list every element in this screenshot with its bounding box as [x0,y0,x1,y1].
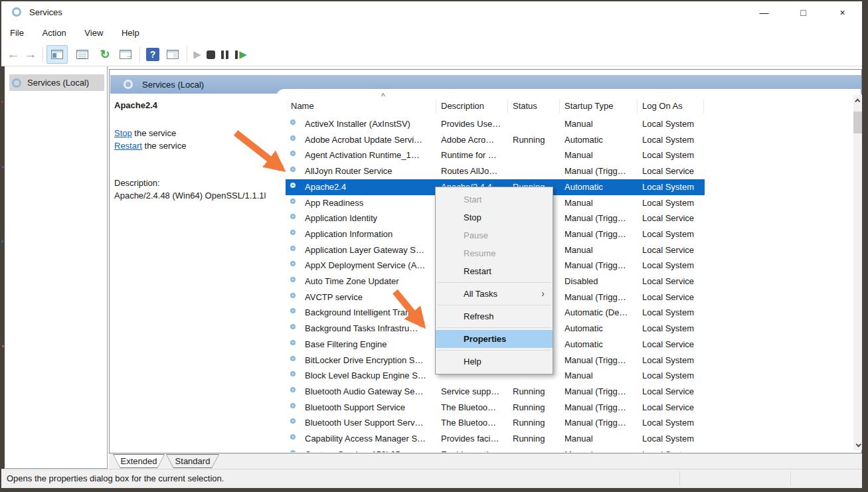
menu-separator [437,305,551,305]
help-icon: ? [146,48,159,61]
toolbar-separator [139,46,140,62]
cell-name: Agent Activation Runtime_1… [305,147,438,163]
service-row[interactable]: AllJoyn Router ServiceRoutes AllJo…Manua… [286,163,705,179]
start-service-button[interactable]: ▶ [190,45,205,64]
tree-item-services-local[interactable]: Services (Local) [9,74,104,91]
context-menu-item-refresh[interactable]: Refresh [436,307,553,325]
forward-button[interactable]: → [22,45,39,64]
column-header-status[interactable]: Status [513,97,537,115]
cell-startup: Automatic [564,321,639,337]
column-header-name[interactable]: Name [291,97,314,115]
cell-logon: Local System [642,447,705,452]
context-menu-item-all-tasks[interactable]: All Tasks› [436,285,553,303]
column-divider[interactable] [507,99,508,114]
cell-name: Apache2.4 [305,179,438,195]
column-divider[interactable] [436,99,436,114]
restart-service-button[interactable]: ▶ [232,45,250,64]
cell-name: App Readiness [305,195,438,211]
help-toolbar-button[interactable]: ? [143,45,162,64]
service-row[interactable]: Bluetooth User Support Serv…The Bluetoo…… [286,415,705,431]
properties-toolbar-button[interactable] [72,45,93,64]
service-gear-icon [290,356,296,361]
column-divider[interactable] [703,99,704,114]
show-console-tree-button[interactable] [46,45,68,64]
column-divider[interactable] [637,99,638,114]
scrollbar-thumb[interactable] [853,112,862,133]
description-label: Description: [114,178,160,188]
cell-name: AppX Deployment Service (A… [305,258,438,274]
cell-status [513,147,562,163]
refresh-toolbar-button[interactable]: ↻ [95,45,115,64]
cell-startup: Automatic (De… [564,305,639,321]
cell-logon: Local System [642,368,705,384]
service-row[interactable]: Adobe Acrobat Update Servi…Adobe Acro…Ru… [286,132,705,148]
tab-standard[interactable]: Standard [166,454,219,468]
context-menu-item-help[interactable]: Help [436,353,553,370]
vertical-scrollbar[interactable] [853,95,862,450]
context-menu-item-restart[interactable]: Restart [436,262,553,280]
cell-name: Background Intelligent Tran… [305,305,438,321]
cell-startup: Automatic [564,179,639,195]
cell-name: Bluetooth User Support Serv… [305,415,438,431]
service-gear-icon [290,261,296,266]
column-divider[interactable] [559,99,560,114]
stop-service-button[interactable] [203,45,218,64]
cell-logon: Local System [642,321,705,337]
cell-name: Background Tasks Infrastru… [305,321,438,337]
service-row[interactable]: Agent Activation Runtime_1…Runtime for …… [286,147,705,163]
service-context-menu: StartStopPauseResumeRestartAll Tasks›Ref… [435,187,553,374]
column-header-startup-type[interactable]: Startup Type [564,97,613,115]
cell-desc: Runtime for … [441,147,510,163]
close-button[interactable]: × [823,1,862,25]
minimize-button[interactable]: — [744,1,784,25]
cell-startup: Automatic [564,132,639,148]
menu-file[interactable]: File [3,25,31,41]
service-row[interactable]: Bluetooth Support ServiceThe Bluetoo…Run… [286,400,705,416]
service-row[interactable]: Capture Service_150b05…Enables optio…Man… [286,447,705,452]
scroll-up-button[interactable] [853,95,862,106]
cell-status: Running [513,400,562,416]
tab-extended[interactable]: Extended [113,454,165,468]
context-menu-item-properties[interactable]: Properties [436,330,553,348]
service-row[interactable]: Bluetooth Audio Gateway Se…Service supp…… [286,384,705,400]
submenu-arrow-icon: › [541,285,545,303]
cell-startup: Disabled [564,274,639,289]
cell-logon: Local Service [642,400,705,416]
restart-service-link[interactable]: Restart [114,141,142,151]
cell-startup: Manual (Trigg… [564,400,639,416]
menu-action[interactable]: Action [35,25,74,41]
cell-status [513,116,562,132]
cell-startup: Manual (Trigg… [564,226,639,242]
back-button[interactable]: ← [5,45,22,64]
column-header-description[interactable]: Description [441,97,484,115]
context-menu-item-resume: Resume [436,244,553,262]
cell-startup: Manual [564,431,639,447]
cell-status [513,163,562,179]
menu-view[interactable]: View [77,25,110,41]
cell-desc: Service supp… [441,384,510,400]
stop-service-link[interactable]: Stop [114,128,132,138]
forward-icon: → [25,46,37,63]
service-row[interactable]: ActiveX Installer (AxInstSV)Provides Use… [286,116,705,132]
service-row[interactable]: Capability Access Manager S…Provides fac… [286,431,705,447]
service-gear-icon [290,167,296,172]
cell-logon: Local Service [642,274,705,289]
window-controls: — □ × [744,1,862,25]
context-menu-item-start: Start [436,191,553,208]
view-tabs-row: Extended Standard [109,453,862,469]
context-menu-item-stop[interactable]: Stop [436,208,553,226]
status-bar-text: Opens the properties dialog box for the … [7,469,224,488]
cell-startup: Automatic [564,337,639,353]
menu-help[interactable]: Help [114,25,147,41]
cell-desc: The Bluetoo… [441,400,510,416]
maximize-button[interactable]: □ [784,1,823,25]
cell-logon: Local System [642,415,705,431]
chevron-down-icon [855,442,861,447]
pause-service-button[interactable] [217,45,232,64]
show-action-pane-button[interactable] [162,45,183,64]
column-header-log-on-as[interactable]: Log On As [642,97,683,115]
scroll-down-button[interactable] [853,439,862,450]
start-service-icon: ▶ [193,48,201,60]
cell-startup: Manual (Trigg… [564,163,639,179]
export-list-button[interactable]: → [115,45,136,64]
